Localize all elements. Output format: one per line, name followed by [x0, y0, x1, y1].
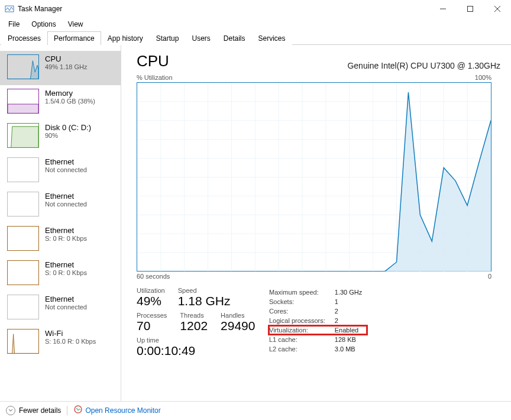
- info-key: Sockets:: [269, 298, 330, 306]
- sidebar-item-title: Ethernet: [45, 226, 87, 235]
- sidebar-item-title: Ethernet: [45, 157, 87, 166]
- chart-y-max: 100%: [475, 74, 491, 81]
- fewer-details-link[interactable]: Fewer details: [19, 406, 61, 415]
- chart-x-right: 0: [488, 273, 491, 280]
- titlebar: Task Manager: [0, 0, 511, 18]
- sidebar-item-ethernet[interactable]: EthernetNot connected: [0, 154, 121, 188]
- sidebar-item-sub: S: 16.0 R: 0 Kbps: [45, 338, 96, 345]
- info-key: Virtualization:: [269, 326, 330, 334]
- value-speed: 1.18 GHz: [178, 294, 231, 308]
- info-value: 2: [331, 307, 367, 315]
- info-value: 128 KB: [331, 335, 367, 344]
- taskmanager-icon: [5, 4, 14, 14]
- main-panel: CPU Genuine Intel(R) CPU U7300 @ 1.30GHz…: [121, 45, 511, 401]
- info-row: L1 cache:128 KB: [269, 335, 367, 344]
- resource-monitor-link[interactable]: Open Resource Monitor: [73, 405, 160, 416]
- svg-point-28: [75, 406, 82, 413]
- info-value: 2: [331, 316, 367, 325]
- chevron-down-icon[interactable]: [6, 406, 15, 415]
- menu-file[interactable]: File: [2, 19, 25, 30]
- info-key: L1 cache:: [269, 335, 330, 344]
- info-value: 3.0 MB: [331, 345, 367, 353]
- sidebar-item-title: Ethernet: [45, 295, 87, 303]
- separator: [67, 406, 67, 415]
- info-row: Cores:2: [269, 307, 367, 315]
- sidebar-item-ethernet[interactable]: EthernetS: 0 R: 0 Kbps: [0, 222, 121, 257]
- tab-details[interactable]: Details: [217, 31, 252, 45]
- tab-processes[interactable]: Processes: [1, 31, 47, 45]
- value-threads: 1202: [180, 319, 208, 333]
- info-value: 1: [331, 298, 367, 306]
- info-key: Logical processors:: [269, 316, 330, 325]
- sidebar-item-title: Ethernet: [45, 260, 87, 269]
- value-processes: 70: [137, 319, 167, 333]
- sidebar-item-title: Disk 0 (C: D:): [45, 123, 91, 132]
- info-key: L2 cache:: [269, 345, 330, 353]
- minimize-button[interactable]: [429, 0, 457, 18]
- cpu-name: Genuine Intel(R) CPU U7300 @ 1.30GHz: [347, 61, 500, 70]
- window-controls: [429, 0, 511, 18]
- menubar: File Options View: [0, 18, 511, 31]
- resmon-label: Open Resource Monitor: [85, 406, 160, 415]
- menu-view[interactable]: View: [62, 19, 89, 30]
- label-uptime: Up time: [137, 337, 255, 344]
- info-row: Logical processors:2: [269, 316, 367, 325]
- sidebar-item-ethernet[interactable]: EthernetNot connected: [0, 291, 121, 325]
- svg-rect-2: [468, 7, 473, 12]
- tab-services[interactable]: Services: [252, 31, 292, 45]
- value-utilization: 49%: [137, 294, 165, 308]
- sidebar-item-ethernet[interactable]: EthernetS: 0 R: 0 Kbps: [0, 257, 121, 291]
- info-row: Virtualization:Enabled: [269, 326, 367, 334]
- tab-performance[interactable]: Performance: [47, 31, 101, 45]
- info-key: Maximum speed:: [269, 288, 330, 296]
- label-threads: Threads: [180, 312, 208, 319]
- sidebar-item-sub: 49% 1.18 GHz: [45, 63, 88, 70]
- tab-app-history[interactable]: App history: [101, 31, 150, 45]
- info-row: Sockets:1: [269, 298, 367, 306]
- value-uptime: 0:00:10:49: [137, 344, 255, 358]
- info-table: Maximum speed:1.30 GHzSockets:1Cores:2Lo…: [268, 287, 368, 354]
- thumb-chart: [7, 157, 39, 182]
- sidebar-item-sub: 1.5/4.0 GB (38%): [45, 98, 95, 105]
- thumb-chart: [7, 192, 39, 217]
- value-handles: 29490: [221, 319, 255, 333]
- sidebar-item-disk-0-c-d-[interactable]: Disk 0 (C: D:)90%: [0, 119, 121, 154]
- sidebar-item-title: CPU: [45, 54, 88, 63]
- thumb-chart: [7, 329, 39, 354]
- sidebar-item-cpu[interactable]: CPU49% 1.18 GHz: [0, 51, 121, 85]
- sidebar-item-sub: S: 0 R: 0 Kbps: [45, 269, 87, 276]
- sidebar-item-sub: Not connected: [45, 303, 87, 311]
- thumb-chart: [7, 89, 39, 114]
- sidebar-item-title: Ethernet: [45, 192, 87, 201]
- thumb-chart: [7, 260, 39, 285]
- sidebar-item-sub: Not connected: [45, 166, 87, 173]
- tab-users[interactable]: Users: [185, 31, 216, 45]
- thumb-chart: [7, 226, 39, 251]
- label-handles: Handles: [221, 312, 255, 319]
- menu-options[interactable]: Options: [25, 19, 62, 30]
- label-speed: Speed: [178, 287, 231, 294]
- sidebar-item-title: Wi-Fi: [45, 329, 96, 338]
- sidebar-item-sub: S: 0 R: 0 Kbps: [45, 235, 87, 242]
- window-title: Task Manager: [18, 5, 429, 13]
- label-utilization: Utilization: [137, 287, 165, 294]
- info-key: Cores:: [269, 307, 330, 315]
- resmon-icon: [73, 405, 83, 416]
- close-button[interactable]: [484, 0, 511, 18]
- sidebar-item-wi-fi[interactable]: Wi-FiS: 16.0 R: 0 Kbps: [0, 325, 121, 360]
- label-processes: Processes: [137, 312, 167, 319]
- sidebar-item-ethernet[interactable]: EthernetNot connected: [0, 188, 121, 222]
- thumb-chart: [7, 123, 39, 148]
- page-title: CPU: [137, 52, 169, 70]
- sidebar-item-memory[interactable]: Memory1.5/4.0 GB (38%): [0, 85, 121, 119]
- cpu-chart: [137, 82, 491, 272]
- tabs: Processes Performance App history Startu…: [0, 31, 511, 45]
- thumb-chart: [7, 54, 39, 79]
- sidebar-item-sub: 90%: [45, 132, 91, 139]
- info-value: Enabled: [331, 326, 367, 334]
- content: CPU49% 1.18 GHzMemory1.5/4.0 GB (38%)Dis…: [0, 45, 511, 401]
- sidebar-item-title: Memory: [45, 89, 95, 98]
- maximize-button[interactable]: [457, 0, 484, 18]
- footer: Fewer details Open Resource Monitor: [0, 401, 511, 419]
- tab-startup[interactable]: Startup: [150, 31, 186, 45]
